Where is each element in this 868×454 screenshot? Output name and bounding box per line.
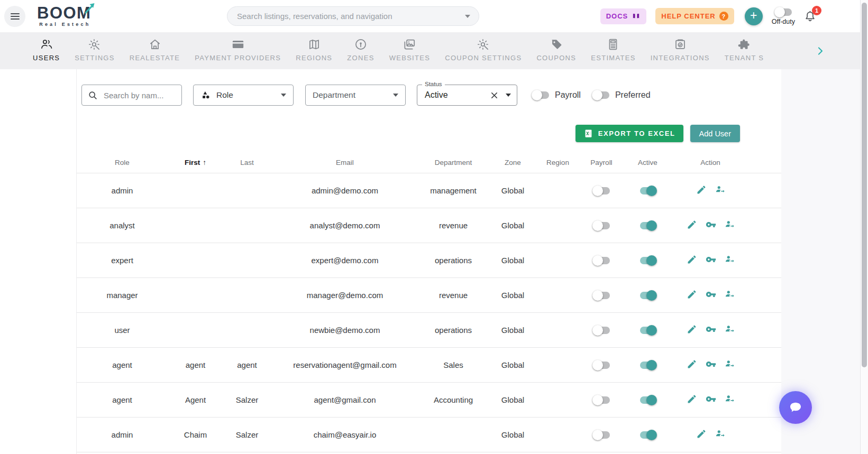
global-search-input[interactable] [236, 11, 465, 21]
edit-user-button[interactable] [682, 323, 701, 337]
impersonate-user-button[interactable] [720, 393, 739, 407]
column-header-email[interactable]: Email [271, 153, 419, 173]
tab-estimates[interactable]: ESTIMATES [591, 38, 635, 62]
cell-zone: Global [488, 418, 538, 452]
column-header-active[interactable]: Active [625, 153, 670, 173]
cell-action [670, 383, 781, 418]
reset-password-button[interactable] [701, 323, 720, 337]
off-duty-toggle[interactable] [774, 7, 792, 17]
column-header-first[interactable]: First↑ [168, 153, 223, 173]
column-header-payroll[interactable]: Payroll [578, 153, 625, 173]
cell-zone: Global [488, 243, 538, 278]
edit-user-button[interactable] [682, 288, 701, 302]
chevron-down-icon[interactable] [465, 15, 470, 18]
active-toggle[interactable] [639, 186, 657, 196]
tab-integrations[interactable]: INTEGRATIONS [651, 38, 710, 62]
tab-realestate[interactable]: REALESTATE [130, 38, 180, 62]
question-mark-icon: ? [719, 12, 728, 21]
active-toggle[interactable] [639, 430, 657, 440]
column-header-zone[interactable]: Zone [488, 153, 538, 173]
tab-websites[interactable]: WEBSITES [389, 38, 431, 62]
department-select[interactable]: Department [305, 85, 406, 106]
tab-tenant-s[interactable]: TENANT S [725, 38, 764, 62]
payroll-toggle[interactable] [592, 360, 610, 370]
active-toggle[interactable] [639, 325, 657, 336]
active-toggle[interactable] [639, 360, 657, 370]
cell-region [538, 243, 578, 278]
tab-users[interactable]: USERS [33, 38, 60, 62]
impersonate-user-button[interactable] [720, 323, 739, 337]
payroll-toggle[interactable] [592, 220, 610, 231]
payroll-filter-group: Payroll [532, 90, 581, 100]
payroll-toggle[interactable] [592, 255, 610, 266]
impersonate-user-button[interactable] [720, 253, 739, 267]
payroll-toggle[interactable] [592, 325, 610, 336]
docs-button[interactable]: DOCS [600, 8, 647, 24]
status-select[interactable]: Status Active [417, 85, 517, 106]
column-header-action[interactable]: Action [670, 153, 781, 173]
impersonate-user-button[interactable] [720, 358, 739, 372]
chat-widget-button[interactable] [779, 391, 812, 424]
tabs-scroll-right-button[interactable] [815, 45, 826, 57]
cell-first [168, 208, 223, 243]
role-select-label: Role [216, 90, 281, 100]
cell-action [670, 208, 781, 243]
edit-user-button[interactable] [692, 183, 711, 198]
role-select[interactable]: Role [193, 85, 294, 106]
active-toggle[interactable] [639, 395, 657, 405]
cell-department: Accounting [419, 383, 488, 418]
column-header-role[interactable]: Role [77, 153, 168, 173]
cell-region [538, 348, 578, 383]
reset-password-button[interactable] [701, 358, 720, 372]
impersonate-user-button[interactable] [711, 183, 730, 198]
reset-password-button[interactable] [701, 288, 720, 302]
export-to-excel-button[interactable]: EXPORT TO EXCEL [575, 125, 683, 142]
edit-user-button[interactable] [692, 428, 711, 442]
reset-password-button[interactable] [701, 218, 720, 233]
tab-payment-providers[interactable]: PAYMENT PROVIDERS [195, 38, 281, 62]
edit-user-button[interactable] [682, 253, 701, 267]
table-header-row: RoleFirst↑LastEmailDepartmentZoneRegionP… [77, 153, 781, 173]
payroll-toggle[interactable] [592, 290, 610, 301]
tab-coupons[interactable]: COUPONS [536, 38, 576, 62]
column-header-region[interactable]: Region [538, 153, 578, 173]
reset-password-button[interactable] [701, 253, 720, 267]
active-toggle[interactable] [639, 220, 657, 231]
edit-user-button[interactable] [682, 393, 701, 407]
table-actions-row: EXPORT TO EXCEL Add User [77, 125, 781, 142]
impersonate-user-button[interactable] [720, 218, 739, 233]
notifications-button[interactable]: 1 [803, 10, 817, 23]
pencil-icon [687, 293, 697, 301]
tab-zones[interactable]: ZONES [347, 38, 374, 62]
tab-coupon-settings[interactable]: COUPON SETTINGS [445, 38, 522, 62]
cell-role: agent [77, 348, 168, 383]
cell-email: analyst@demo.com [271, 208, 419, 243]
impersonate-user-button[interactable] [711, 428, 730, 442]
name-search-input[interactable] [103, 90, 176, 100]
payroll-filter-toggle[interactable] [532, 90, 550, 100]
help-center-button[interactable]: HELP CENTER ? [655, 8, 734, 24]
page-scrollbar[interactable] [860, 0, 868, 454]
hamburger-menu-button[interactable] [4, 6, 25, 27]
payroll-toggle[interactable] [592, 395, 610, 405]
active-toggle[interactable] [639, 255, 657, 266]
tab-regions[interactable]: REGIONS [296, 38, 332, 62]
cell-payroll [578, 348, 625, 383]
preferred-filter-toggle[interactable] [592, 90, 610, 100]
status-clear-button[interactable] [489, 90, 499, 100]
impersonate-user-button[interactable] [720, 288, 739, 302]
quick-add-button[interactable]: + [745, 7, 763, 25]
key-icon [706, 363, 716, 371]
active-toggle[interactable] [639, 290, 657, 301]
cell-last: Salzer [223, 418, 271, 452]
payroll-toggle[interactable] [592, 186, 610, 196]
add-user-button[interactable]: Add User [690, 125, 740, 142]
payroll-toggle[interactable] [592, 430, 610, 440]
column-header-last[interactable]: Last [223, 153, 271, 173]
column-header-department[interactable]: Department [419, 153, 488, 173]
edit-user-button[interactable] [682, 358, 701, 372]
reset-password-button[interactable] [701, 393, 720, 407]
tab-settings[interactable]: SETTINGS [75, 38, 114, 62]
scrollbar-thumb[interactable] [862, 3, 867, 367]
edit-user-button[interactable] [682, 218, 701, 233]
